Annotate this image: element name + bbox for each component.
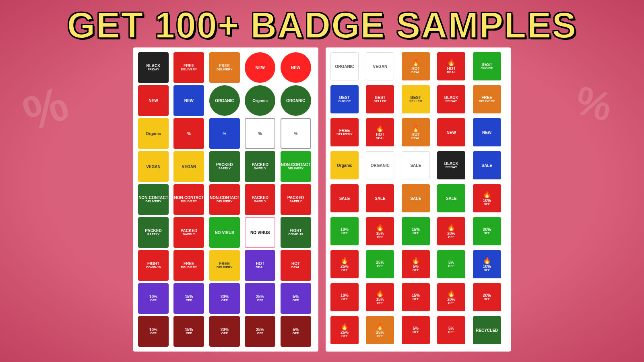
badge-free-delivery-orange: FREEDELIVERY xyxy=(209,52,240,83)
badge-sale3: SALE xyxy=(402,184,430,212)
badge-no-virus: NO VIRUS xyxy=(209,217,240,248)
badge-vegan-yellow: VEGAN xyxy=(138,151,169,182)
badge-15off-green: 🔥15%OFF xyxy=(366,217,394,245)
badge-percent-outline: % xyxy=(245,118,275,149)
badge-organic-circle3: ORGANIC xyxy=(281,85,311,116)
badge-5off-fire: 5%OFF xyxy=(402,316,430,344)
badge-packed-safely-dark-green: PACKEDSAFELY xyxy=(138,217,169,248)
badge-15off-green2: 15%OFF xyxy=(402,217,430,245)
page-title: GET 100+ BADGE SAMPLES xyxy=(67,7,577,43)
badge-10off-purple: 10%OFF xyxy=(138,283,169,314)
badge-non-contact-delivery-red: NON-CONTACTDELIVERY xyxy=(173,184,204,215)
badge-organic-yellow: Organic xyxy=(138,118,169,149)
badge-new-red-circle2: NEW xyxy=(281,52,311,83)
page-header: GET 100+ BADGE SAMPLES xyxy=(0,0,644,47)
badge-vegan-white: VEGAN xyxy=(366,52,394,80)
badge-fight-covid2: FIGHTCOVID-19 xyxy=(138,250,169,281)
badge-vegan-green: VEGAN xyxy=(173,151,204,182)
badge-new-blue-badge: NEW xyxy=(173,85,204,116)
badge-free-delivery-yellow: FREEDELIVERY xyxy=(209,250,240,281)
badge-packed-safely-green2: PACKEDSAFELY xyxy=(245,151,275,182)
badge-10off-green: 10%OFF xyxy=(330,217,359,245)
badge-free-delivery-red: FREEDELIVERY xyxy=(173,52,204,83)
badge-best-choice-blue: BESTCHOICE xyxy=(330,85,359,113)
panels-container: BLACKFRIDAYFREEDELIVERYFREEDELIVERYNEWNE… xyxy=(0,47,644,352)
badge-20off-purple: 20%OFF xyxy=(209,283,240,314)
badge-10off-red3: 10%OFF xyxy=(330,283,359,311)
badge-black-friday3: BLACKFRIDAY xyxy=(437,151,465,179)
badge-25off-red: 🔥25%OFF xyxy=(330,250,359,278)
badge-black-friday: BLACKFRIDAY xyxy=(138,52,169,83)
badge-20off-red3: 20%OFF xyxy=(473,283,501,311)
badge-packed-safely-green1: PACKEDSAFELY xyxy=(209,151,240,182)
badge-new-blue2: NEW xyxy=(473,118,501,146)
right-panel: ORGANICVEGAN🔥HOTDEAL🔥HOTDEALBESTCHOICEBE… xyxy=(326,47,511,352)
badge-free-delivery4: FREEDELIVERY xyxy=(330,118,359,146)
badge-20off-maroon: 20%OFF xyxy=(209,316,240,347)
badge-15off-red2: 🔥15%OFF xyxy=(366,283,394,311)
badge-percent-blue: % xyxy=(209,118,240,149)
badge-sale4: SALE xyxy=(437,184,465,212)
badge-hot-deal-purple: HOTDEAL xyxy=(245,250,275,281)
badge-best-choice: BESTCHOICE xyxy=(473,52,501,80)
badge-non-contact-delivery-green: NON-CONTACTDELIVERY xyxy=(281,151,311,182)
badge-20off-green: 20%OFF xyxy=(473,217,501,245)
badge-sale-blue: SALE xyxy=(473,151,501,179)
badge-best-seller: BESTSELLER xyxy=(366,85,394,113)
badge-new-red-badge: NEW xyxy=(138,85,169,116)
left-panel: BLACKFRIDAYFREEDELIVERYFREEDELIVERYNEWNE… xyxy=(133,47,318,352)
badge-new-red-circle1: NEW xyxy=(245,52,275,83)
badge-packed-safely-pink: PACKEDSAFELY xyxy=(281,184,311,215)
badge-fight-covid: FIGHTCOVID-19 xyxy=(281,217,311,248)
badge-5off-red: 🔥5%OFF xyxy=(402,250,430,278)
badge-percent-outline2: % xyxy=(281,118,311,149)
badge-25off-purple: 25%OFF xyxy=(245,283,275,314)
badge-black-friday2: BLACKFRIDAY xyxy=(437,85,465,113)
badge-organic2: Organic xyxy=(330,151,359,179)
badge-sale1: SALE xyxy=(330,184,359,212)
badge-5off-fire2: 5%OFF xyxy=(437,316,465,344)
badge-organic-circle2: Organic xyxy=(245,85,275,116)
badge-hot-deal3: 🔥HOTDEAL xyxy=(366,118,394,146)
badge-20off-red: 🔥20%OFF xyxy=(437,217,465,245)
badge-free-delivery2: FREEDELIVERY xyxy=(173,250,204,281)
badge-best-seller2: BESTSELLER xyxy=(402,85,430,113)
badge-free-delivery3: FREEDELIVERY xyxy=(473,85,501,113)
badge-15off-purple: 15%OFF xyxy=(173,283,204,314)
badge-new-red2: NEW xyxy=(437,118,465,146)
badge-5off-green: 5%OFF xyxy=(437,250,465,278)
badge-5off-maroon: 5%OFF xyxy=(281,316,311,347)
badge-25off-fire2: 🔥25%OFF xyxy=(366,316,394,344)
badge-hot-deal-red2: 🔥HOTDEAL xyxy=(437,52,465,80)
badge-10off-red2: 🔥10%OFF xyxy=(473,250,501,278)
badge-non-contact-delivery-red2: NON-CONTACTDELIVERY xyxy=(209,184,240,215)
badge-25off-fire: 🔥25%OFF xyxy=(330,316,359,344)
badge-sale2: SALE xyxy=(366,184,394,212)
badge-25off-maroon: 25%OFF xyxy=(245,316,275,347)
badge-5off-purple: 5%OFF xyxy=(281,283,311,314)
badge-organic-white2: ORGANIC xyxy=(366,151,394,179)
badge-25off-green: 25%OFF xyxy=(366,250,394,278)
badge-15off-maroon: 15%OFF xyxy=(173,316,204,347)
badge-hot-deal4: 🔥HOTDEAL xyxy=(402,118,430,146)
badge-packed-safely-red2: PACKEDSAFELY xyxy=(173,217,204,248)
badge-no-virus2: NO VIRUS xyxy=(245,217,275,248)
badge-hot-deal-red: HOTDEAL xyxy=(281,250,311,281)
badge-10off2: 🔥10%OFF xyxy=(473,184,501,212)
badge-percent-red: % xyxy=(173,118,204,149)
badge-10off-maroon: 10%OFF xyxy=(138,316,169,347)
badge-organic-circle1: ORGANIC xyxy=(209,85,240,116)
badge-recycled: RECYCLED xyxy=(473,316,501,344)
badge-20off-red2: 🔥20%OFF xyxy=(437,283,465,311)
badge-packed-safely-red: PACKEDSAFELY xyxy=(245,184,275,215)
badge-non-contact-delivery-green2: NON-CONTACTDELIVERY xyxy=(138,184,169,215)
badge-hot-deal-orange: 🔥HOTDEAL xyxy=(402,52,430,80)
badge-organic-white: ORGANIC xyxy=(330,52,359,80)
badge-15off-red3: 15%OFF xyxy=(402,283,430,311)
badge-sale-white: SALE xyxy=(402,151,430,179)
